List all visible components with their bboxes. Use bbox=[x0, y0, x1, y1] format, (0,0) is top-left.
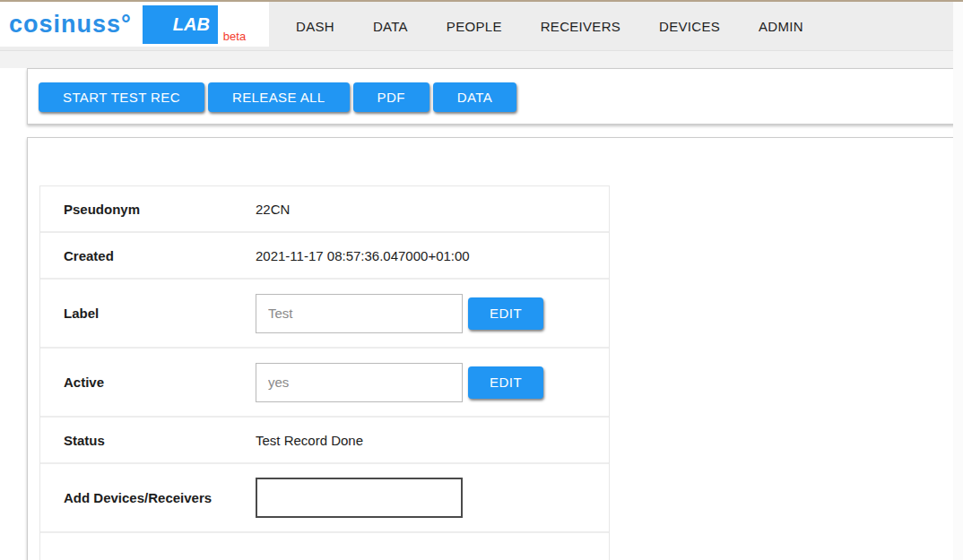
row-value: EDIT bbox=[256, 363, 609, 402]
sub-header-strip bbox=[0, 51, 963, 68]
row-value: EDIT bbox=[256, 294, 609, 333]
row-value: 2021-11-17 08:57:36.047000+01:00 bbox=[256, 248, 609, 263]
table-row-status: Status Test Record Done bbox=[40, 418, 609, 464]
lab-badge-label: LAB bbox=[173, 14, 210, 35]
row-label: Status bbox=[40, 433, 256, 448]
add-devices-input[interactable] bbox=[256, 478, 463, 518]
nav-item-devices[interactable]: DEVICES bbox=[659, 19, 720, 34]
pdf-button[interactable]: PDF bbox=[353, 82, 429, 112]
table-row-next-partial bbox=[40, 533, 609, 560]
top-accent-line bbox=[0, 0, 963, 2]
row-label: Created bbox=[40, 248, 256, 263]
label-edit-button[interactable]: EDIT bbox=[468, 297, 543, 330]
detail-card: Pseudonym 22CN Created 2021-11-17 08:57:… bbox=[27, 137, 963, 560]
row-label: Active bbox=[40, 375, 256, 390]
row-value: 22CN bbox=[256, 202, 609, 217]
vertical-scrollbar[interactable] bbox=[953, 0, 963, 560]
row-label: Add Devices/Receivers bbox=[40, 490, 256, 505]
action-toolbar-card: START TEST REC RELEASE ALL PDF DATA bbox=[27, 68, 963, 125]
main-nav: DASH DATA PEOPLE RECEIVERS DEVICES ADMIN bbox=[296, 2, 803, 51]
app-header: cosinuss° LAB beta DASH DATA PEOPLE RECE… bbox=[0, 2, 963, 51]
active-input[interactable] bbox=[256, 363, 463, 402]
table-row-label: Label EDIT bbox=[40, 280, 609, 349]
nav-item-people[interactable]: PEOPLE bbox=[447, 19, 502, 34]
table-row-add-devices: Add Devices/Receivers bbox=[40, 464, 609, 533]
data-button[interactable]: DATA bbox=[433, 82, 516, 112]
row-label: Label bbox=[40, 306, 256, 321]
nav-item-receivers[interactable]: RECEIVERS bbox=[541, 19, 620, 34]
release-all-button[interactable]: RELEASE ALL bbox=[208, 82, 350, 112]
logo[interactable]: cosinuss° LAB beta bbox=[0, 2, 269, 47]
row-value: Test Record Done bbox=[256, 433, 609, 448]
label-input[interactable] bbox=[256, 294, 463, 333]
nav-item-dash[interactable]: DASH bbox=[296, 19, 334, 34]
nav-item-admin[interactable]: ADMIN bbox=[759, 19, 803, 34]
lab-badge: LAB bbox=[143, 5, 218, 44]
detail-table: Pseudonym 22CN Created 2021-11-17 08:57:… bbox=[39, 185, 610, 560]
table-row-pseudonym: Pseudonym 22CN bbox=[40, 186, 609, 233]
table-row-active: Active EDIT bbox=[40, 349, 609, 418]
beta-label: beta bbox=[223, 30, 246, 43]
nav-item-data[interactable]: DATA bbox=[373, 19, 408, 34]
row-label: Pseudonym bbox=[40, 202, 256, 217]
active-edit-button[interactable]: EDIT bbox=[468, 366, 543, 399]
start-test-rec-button[interactable]: START TEST REC bbox=[39, 82, 204, 112]
table-row-created: Created 2021-11-17 08:57:36.047000+01:00 bbox=[40, 233, 609, 280]
row-value bbox=[256, 478, 609, 518]
logo-wordmark: cosinuss° bbox=[9, 13, 132, 37]
